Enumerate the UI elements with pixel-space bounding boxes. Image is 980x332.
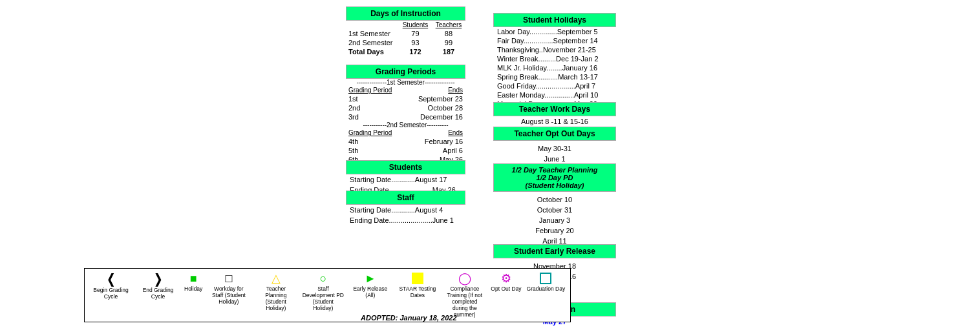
half-day-date4: February 20 [493,225,616,236]
semester2-students: 93 [399,38,432,47]
semester1-label: 1st Semester [346,29,399,38]
semester1-students: 79 [399,29,432,38]
holiday-3: Thanksgiving..November 21-25 [493,45,616,54]
staff-header: Staff [346,191,465,205]
students-start: Starting Date............August 17 [346,174,465,185]
legend-graduation: Graduation Day [527,273,566,292]
gp-col-ends-1: Ends [405,86,465,94]
staff-end: Ending Date......................June 1 [346,215,465,225]
arrow-right-icon: ► [365,273,376,284]
gp-s1-row2-period: 2nd [346,103,405,112]
legend-holiday: ■ Holiday [184,273,202,292]
gp-s1-row2-ends: October 28 [405,103,465,112]
gp-s2-row2-ends: April 6 [409,146,465,155]
square-green-icon: ■ [190,273,197,284]
legend-compliance: ◯ Compliance Training (If not completed … [443,273,485,318]
gear-icon: ⚙ [501,273,511,284]
col-teachers: Teachers [432,21,465,29]
legend-begin-grading: ❬ Begin Grading Cycle [90,273,132,300]
gp-s2-row1-ends: February 16 [409,137,465,146]
legend-workday-staff: □ Workday for Staff (Student Holiday) [208,273,250,305]
half-day-date3: January 3 [493,215,616,225]
total-label: Total Days [346,47,399,56]
legend-staff-development: ○ Staff Development PD (Student Holiday) [302,273,344,311]
square-yellow-icon [412,273,423,284]
circle-purple-icon: ◯ [458,273,471,284]
grading-periods-header: Grading Periods [346,65,465,79]
students-header: Students [346,160,465,174]
bracket-left-icon: ❬ [105,273,116,285]
teacher-work-days-header: Teacher Work Days [493,102,616,116]
semester2-teachers: 99 [432,38,465,47]
col-students: Students [399,21,432,29]
days-instruction-header: Days of Instruction [346,6,465,21]
half-day-date2: October 31 [493,205,616,215]
half-day-date1: October 10 [493,194,616,205]
holiday-5: MLK Jr. Holiday........January 16 [493,63,616,72]
square-teal-icon [540,273,551,284]
legend-opt-out: ⚙ Opt Out Day [491,273,521,292]
gp-col-period-1: Grading Period [346,86,405,94]
total-students: 172 [399,47,432,56]
semester1-teachers: 88 [432,29,465,38]
semester2-label: 2nd Semester [346,38,399,47]
gp-s2-row2-period: 5th [346,146,409,155]
half-day-header: 1/2 Day Teacher Planning 1/2 Day PD (Stu… [493,163,616,192]
holiday-4: Winter Break.........Dec 19-Jan 2 [493,54,616,63]
student-early-release-header: Student Early Release [493,244,616,258]
holiday-2: Fair Day...............September 14 [493,36,616,45]
holiday-8: Easter Monday...............April 10 [493,90,616,99]
adopted-text: ADOPTED: January 18, 2022 [361,314,457,322]
legend-staar: STAAR Testing Dates [396,273,438,298]
student-holidays-header: Student Holidays [493,13,616,27]
teacher-opt-out-date1: May 30-31 [493,143,616,154]
gp-s1-row3-ends: December 16 [405,112,465,121]
teacher-opt-out-header: Teacher Opt Out Days [493,127,616,141]
gp-col-period-2: Grading Period [346,129,409,137]
holiday-6: Spring Break..........March 13-17 [493,72,616,81]
circle-green-icon: ○ [319,273,326,284]
teacher-opt-out-date2: June 1 [493,154,616,164]
staff-start: Starting Date............August 4 [346,205,465,215]
semester1-section-label: --------------1st Semester-------------- [346,79,465,86]
triangle-icon: △ [272,273,281,284]
gp-s1-row3-period: 3rd [346,112,405,121]
bracket-right-icon: ❭ [153,273,164,285]
legend-end-grading: ❭ End Grading Cycle [137,273,179,300]
total-teachers: 187 [432,47,465,56]
holiday-7: Good Friday....................April 7 [493,81,616,90]
square-outline-icon: □ [225,273,232,284]
teacher-work-days-dates: August 8 -11 & 15-16 [493,116,616,127]
legend-early-release: ► Early Release (All) [349,273,391,298]
gp-s1-row1-period: 1st [346,94,405,103]
gp-s1-row1-ends: September 23 [405,94,465,103]
holiday-1: Labor Day..............September 5 [493,27,616,36]
gp-s2-row1-period: 4th [346,137,409,146]
legend-teacher-planning: △ Teacher Planning (Student Holiday) [255,273,297,311]
gp-col-ends-2: Ends [409,129,465,137]
semester2-section-label: -----------2nd Semester---------- [346,121,465,129]
